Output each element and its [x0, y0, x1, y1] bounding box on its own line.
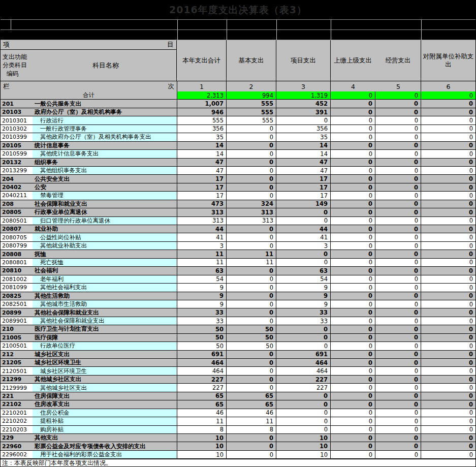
row-value: 9	[177, 292, 226, 300]
table-row: 2080705 公益性岗位补贴 41 0 41 0 0 0	[1, 233, 475, 241]
row-name: 抚恤	[33, 250, 177, 258]
row-value: 452	[276, 100, 330, 107]
row-value: 0	[226, 225, 276, 233]
row-name: 一般行政管理事务	[33, 125, 177, 133]
row-value: 17	[276, 175, 330, 182]
table-row: 22960 彩票公益金及对应专项债务收入安排的支出 10 0 10 0 0 0	[1, 442, 475, 450]
row-value: 464	[177, 359, 226, 366]
row-name: 其他城乡社区支出	[33, 376, 177, 383]
row-code: 20103	[1, 108, 33, 116]
row-value: 0	[375, 426, 421, 433]
table-row: 20808 抚恤 11 11 0 0 0 0	[1, 250, 475, 258]
column-header-project: 项目支出	[276, 40, 330, 81]
row-value: 0	[375, 376, 421, 383]
row-value: 0	[421, 116, 475, 124]
table-row: 2010399 其他政府办公厅（室）及相关机构事务支出 35 0 35 0 0 …	[1, 133, 475, 141]
row-code: 2080705	[1, 233, 33, 241]
row-value: 0	[421, 125, 475, 133]
row-value: 313	[177, 208, 226, 216]
row-value: 3	[177, 242, 226, 250]
row-value: 0	[421, 275, 475, 283]
row-value: 0	[421, 292, 475, 300]
row-code: 204	[1, 175, 33, 182]
row-value: 10	[177, 434, 226, 442]
row-code: 2010399	[1, 133, 33, 141]
footer-note-row: 注：本表反映部门本年度各项支出情况。	[1, 459, 475, 466]
row-value: 356	[177, 125, 226, 133]
row-value: 0	[226, 167, 276, 174]
table-row: 20810 社会福利 63 0 63 0 0 0	[1, 267, 475, 275]
row-code: 2013299	[1, 167, 33, 174]
row-value: 0	[330, 225, 375, 233]
row-value: 0	[226, 150, 276, 158]
row-value: 35	[177, 133, 226, 141]
row-value: 63	[276, 267, 330, 274]
item-header-row: 项 目	[1, 40, 176, 50]
spacer-cell	[227, 30, 276, 40]
row-name: 医疗卫生与计划生育支出	[33, 325, 177, 333]
row-value: 391	[276, 108, 330, 116]
row-name: 用于社会福利的彩票公益金支出	[33, 451, 177, 458]
subject-name-label: 科目名称	[35, 61, 176, 70]
spacer-cell	[177, 30, 227, 40]
row-value: 1,007	[177, 100, 226, 107]
row-value: 0	[330, 400, 375, 408]
row-value: 324	[226, 200, 276, 208]
row-value: 9	[177, 284, 226, 291]
row-value: 0	[330, 175, 375, 182]
row-value: 17	[276, 192, 330, 199]
row-value: 0	[375, 317, 421, 325]
total-value: 0	[330, 91, 375, 99]
table-row: 2210203 购房补贴 8 8 0 0 0 0	[1, 426, 475, 434]
row-value: 14	[177, 142, 226, 149]
row-code: 212	[1, 351, 33, 358]
row-name: 一般公共服务支出	[33, 100, 177, 107]
table-row: 21005 医疗保障 50 50 0 0 0 0	[1, 334, 475, 342]
page-title: 2016年度支出决算表（表3）	[169, 4, 307, 17]
row-value: 14	[177, 150, 226, 158]
table-row: 20805 行政事业单位离退休 313 313 0 0 0 0	[1, 208, 475, 216]
row-value: 0	[375, 108, 421, 116]
title-band: 2016年度支出决算表（表3）	[1, 1, 475, 19]
row-code: 22960	[1, 442, 33, 450]
row-value: 0	[330, 342, 375, 350]
row-value: 47	[276, 167, 330, 174]
row-value: 0	[375, 242, 421, 250]
row-code: 20807	[1, 225, 33, 233]
row-value: 0	[421, 267, 475, 274]
item-left-label: 项	[3, 40, 10, 49]
row-value: 0	[226, 267, 276, 274]
table-row: 212 城乡社区支出 691 0 691 0 0 0	[1, 351, 475, 359]
row-value: 0	[375, 367, 421, 375]
row-value: 0	[330, 426, 375, 433]
row-code: 20402	[1, 183, 33, 191]
value-column-headers: 本年支出合计 基本支出 项目支出 上缴上级支出 经营支出 对附属单位补助支出	[177, 40, 475, 81]
table-row: 210 医疗卫生与计划生育支出 50 50 0 0 0 0	[1, 325, 475, 333]
row-value: 0	[421, 250, 475, 258]
row-value: 0	[375, 217, 421, 225]
row-code: 20105	[1, 142, 33, 149]
row-value: 313	[177, 217, 226, 225]
row-value: 0	[375, 225, 421, 233]
row-code: 2080799	[1, 242, 33, 250]
table-row: 204 公共安全支出 17 0 17 0 0 0	[1, 175, 475, 183]
row-value: 464	[276, 359, 330, 366]
row-value: 9	[276, 300, 330, 308]
row-value: 11	[226, 417, 276, 425]
row-code: 229	[1, 434, 33, 442]
spacer-cell	[331, 20, 421, 29]
row-name: 其他组织事务支出	[33, 167, 177, 174]
row-value: 0	[330, 325, 375, 333]
row-value: 0	[330, 392, 375, 400]
row-value: 54	[276, 275, 330, 283]
row-value: 44	[276, 225, 330, 233]
table-row: 21205 城乡社区环境卫生 464 0 464 0 0 0	[1, 359, 475, 367]
row-value: 0	[421, 183, 475, 191]
spacer-cell	[421, 30, 475, 40]
row-value: 0	[421, 426, 475, 433]
row-value: 0	[226, 284, 276, 291]
row-value: 11	[177, 250, 226, 258]
row-value: 464	[177, 367, 226, 375]
row-value: 0	[330, 217, 375, 225]
row-value: 0	[375, 259, 421, 266]
